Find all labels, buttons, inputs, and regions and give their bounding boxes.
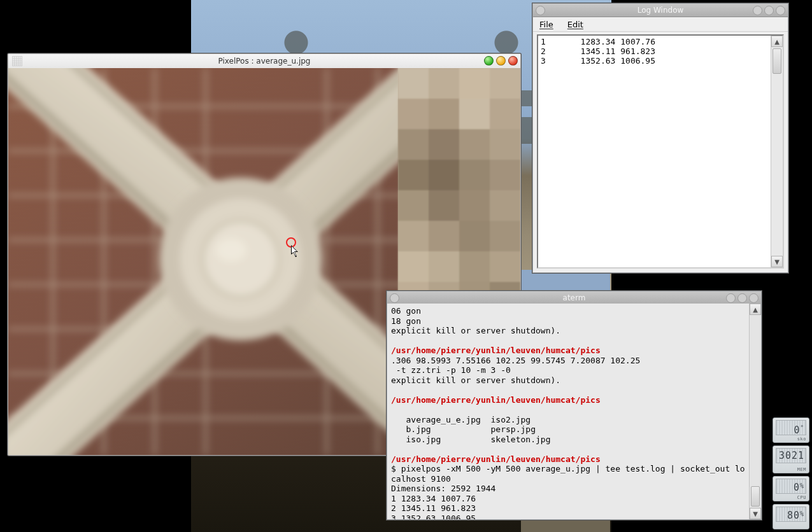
svg-rect-36 <box>490 221 520 251</box>
maximize-button[interactable] <box>737 293 747 303</box>
pixelpos-titlebar[interactable]: PixelPos : average_u.jpg <box>8 54 520 69</box>
log-window-titlebar[interactable]: Log Window <box>533 4 788 17</box>
meter-label: sko <box>797 437 806 442</box>
svg-rect-38 <box>429 251 459 282</box>
svg-rect-28 <box>490 160 520 190</box>
scroll-thumb[interactable] <box>751 486 760 507</box>
meter-label: MEM <box>797 467 806 472</box>
aterm-title: aterm <box>387 291 761 304</box>
svg-rect-32 <box>490 190 520 221</box>
svg-rect-29 <box>398 190 429 221</box>
meter-label: CPU <box>797 495 806 500</box>
meter-value: 0% <box>776 479 806 494</box>
minimize-button[interactable] <box>726 293 736 303</box>
menu-file[interactable]: File <box>539 20 553 29</box>
svg-rect-14 <box>429 68 459 99</box>
window-controls <box>726 293 759 303</box>
menu-edit[interactable]: Edit <box>567 20 583 29</box>
meter-mem[interactable]: 3021 MEM <box>773 445 809 473</box>
scroll-down-button[interactable]: ▼ <box>750 508 761 519</box>
svg-rect-20 <box>490 99 520 129</box>
terminal-output[interactable]: 06 gon18 gonexplicit kill or server shut… <box>387 304 749 519</box>
close-button[interactable] <box>508 56 518 66</box>
minimize-button[interactable] <box>484 56 494 66</box>
log-scrollbar[interactable]: ▲ ▼ <box>771 36 783 267</box>
scroll-down-button[interactable]: ▼ <box>771 256 783 267</box>
svg-rect-30 <box>429 190 459 221</box>
meter-value: 80% <box>776 507 806 522</box>
svg-rect-27 <box>459 160 490 190</box>
pixelpos-title: PixelPos : average_u.jpg <box>8 54 520 68</box>
minimize-button[interactable] <box>753 6 762 15</box>
scroll-thumb[interactable] <box>773 48 781 74</box>
aterm-titlebar[interactable]: aterm <box>387 291 762 305</box>
svg-rect-15 <box>459 68 490 99</box>
svg-rect-16 <box>490 68 520 99</box>
close-button[interactable] <box>776 6 785 15</box>
meter-cpu[interactable]: 0% CPU <box>773 476 809 501</box>
svg-rect-39 <box>459 251 490 282</box>
log-window[interactable]: Log Window File Edit 1 1283.34 1007.76 2… <box>532 3 788 273</box>
scroll-up-button[interactable]: ▲ <box>750 304 761 315</box>
svg-rect-13 <box>398 68 429 99</box>
meter-value: 0° <box>776 420 806 435</box>
log-window-content: 1 1283.34 1007.76 2 1345.11 961.823 3 13… <box>537 34 784 269</box>
log-window-menubar: File Edit <box>533 17 788 32</box>
meter-misc[interactable]: 80% <box>773 504 809 529</box>
meter-value: 3021 <box>776 448 806 463</box>
window-controls <box>484 56 518 66</box>
aterm-window[interactable]: aterm 06 gon18 gonexplicit kill or serve… <box>387 291 762 520</box>
svg-rect-26 <box>429 160 459 190</box>
svg-rect-35 <box>459 221 490 251</box>
svg-rect-31 <box>459 190 490 221</box>
window-controls <box>753 6 785 15</box>
svg-rect-22 <box>429 129 459 160</box>
log-window-title: Log Window <box>533 4 788 17</box>
svg-rect-23 <box>459 129 490 160</box>
aterm-body: 06 gon18 gonexplicit kill or server shut… <box>387 304 762 520</box>
maximize-button[interactable] <box>496 56 506 66</box>
log-text[interactable]: 1 1283.34 1007.76 2 1345.11 961.823 3 13… <box>538 36 771 267</box>
svg-rect-37 <box>398 251 429 282</box>
meter-temp[interactable]: 0° sko <box>773 417 809 443</box>
svg-rect-24 <box>490 129 520 160</box>
svg-rect-19 <box>459 99 490 129</box>
maximize-button[interactable] <box>764 6 774 15</box>
aterm-scrollbar[interactable]: ▲ ▼ <box>749 304 761 519</box>
svg-rect-25 <box>398 160 429 190</box>
system-monitors: 0° sko 3021 MEM 0% CPU 80% <box>773 417 809 529</box>
scroll-up-button[interactable]: ▲ <box>771 36 783 47</box>
svg-rect-17 <box>398 99 429 129</box>
svg-rect-34 <box>429 221 459 251</box>
close-button[interactable] <box>749 293 759 303</box>
svg-rect-40 <box>490 251 520 282</box>
svg-rect-18 <box>429 99 459 129</box>
svg-rect-21 <box>398 129 429 160</box>
svg-point-11 <box>216 239 246 262</box>
svg-rect-33 <box>398 221 429 251</box>
mouse-cursor-icon <box>291 245 300 258</box>
